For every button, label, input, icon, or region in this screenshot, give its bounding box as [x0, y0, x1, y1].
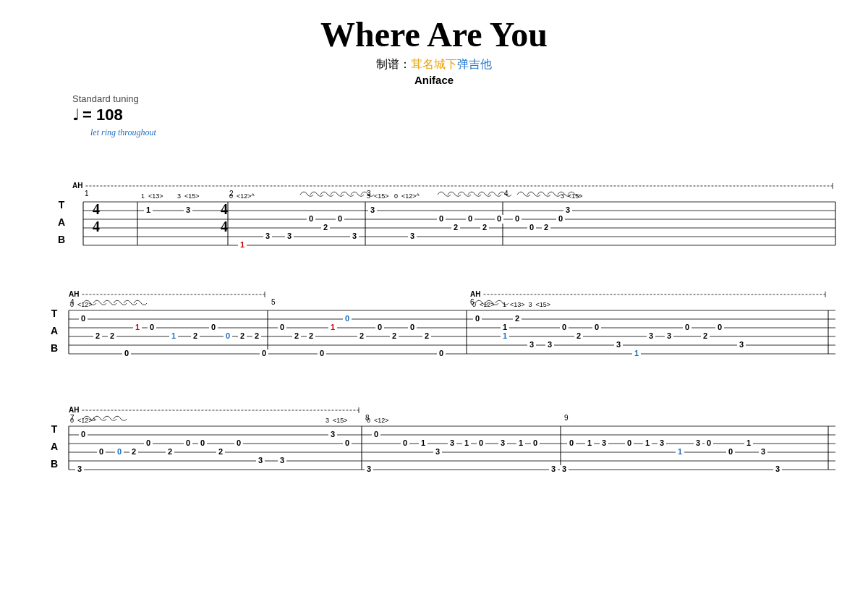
arranger: Aniface — [43, 74, 825, 86]
tempo-value: = 108 — [82, 106, 123, 124]
tab-canvas — [43, 144, 839, 593]
tuning-tempo-section: Standard tuning ♩ = 108 — [43, 93, 825, 124]
tuning-label: Standard tuning — [72, 93, 825, 104]
subtitle-author: 茸名城下 — [411, 58, 457, 70]
song-title: Where Are You — [43, 14, 825, 54]
subtitle-instrument: 弹吉他 — [457, 58, 492, 70]
subtitle-line: 制谱：茸名城下弹吉他 — [43, 57, 825, 72]
tempo-line: ♩ = 108 — [72, 106, 825, 124]
header: Where Are You 制谱：茸名城下弹吉他 Aniface — [43, 14, 825, 86]
let-ring-label: let ring throughout — [90, 127, 825, 138]
page: Where Are You 制谱：茸名城下弹吉他 Aniface Standar… — [0, 0, 868, 602]
note-symbol: ♩ — [72, 106, 80, 124]
subtitle-label: 制谱： — [376, 58, 411, 70]
tab-section — [43, 144, 825, 593]
